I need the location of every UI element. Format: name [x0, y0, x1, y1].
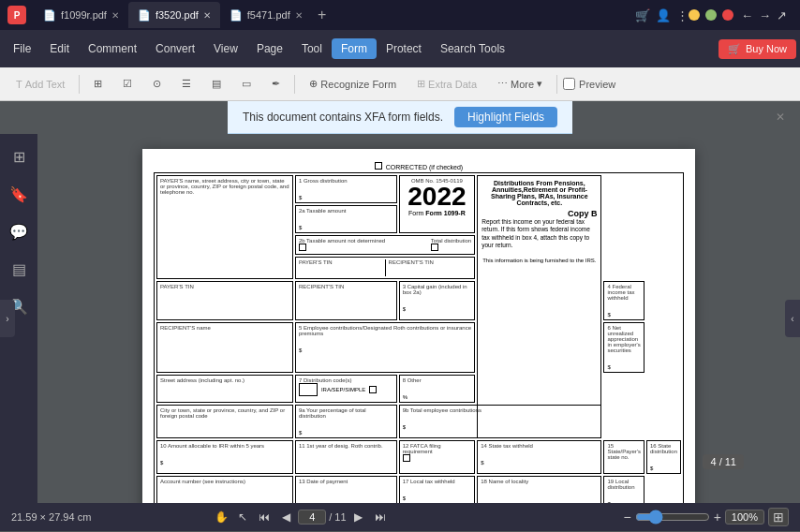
box10-value[interactable]	[160, 449, 289, 460]
menu-tool[interactable]: Tool	[292, 38, 332, 59]
box5-value[interactable]	[299, 336, 471, 347]
new-tab-button[interactable]: +	[312, 5, 333, 25]
combo-tool-button[interactable]: ▤	[203, 74, 230, 94]
payer-tin-value[interactable]	[299, 265, 382, 276]
menu-searchtools[interactable]: Search Tools	[431, 38, 514, 59]
sign-tool-button[interactable]: ✒	[263, 74, 289, 94]
nav-back-icon[interactable]: ←	[741, 8, 753, 22]
page-input[interactable]	[298, 510, 326, 525]
pdf-area[interactable]: CORRECTED (if checked) PAYER'S name, str…	[37, 134, 800, 503]
zoom-in-button[interactable]: +	[714, 510, 721, 525]
tab-close-1[interactable]: ✕	[111, 10, 119, 21]
zoom-out-button[interactable]: −	[623, 510, 630, 525]
recognize-form-button[interactable]: ⊕ Recognize Form	[301, 74, 405, 94]
sidebar-comments-icon[interactable]: 💬	[4, 216, 34, 246]
box3-value[interactable]	[403, 295, 472, 306]
nav-next-button[interactable]: ▶	[349, 508, 368, 526]
menu-file[interactable]: File	[4, 38, 40, 59]
list-tool-button[interactable]: ☰	[173, 74, 200, 94]
left-panel-toggle[interactable]: ›	[0, 300, 15, 337]
year-value: 2022	[403, 184, 472, 210]
box11-value[interactable]	[299, 449, 393, 460]
box1-value[interactable]	[299, 184, 393, 195]
nav-forward-icon[interactable]: →	[759, 8, 771, 22]
payer-tin2-value[interactable]	[160, 289, 289, 303]
sidebar-pages-icon[interactable]: ⊞	[4, 141, 34, 171]
tab-f5471[interactable]: 📄 f5471.pdf ✕	[220, 2, 312, 28]
more-button[interactable]: ⋯ More ▾	[489, 74, 551, 94]
box8-value[interactable]	[403, 383, 472, 394]
box9a-value[interactable]	[299, 419, 393, 430]
box17-value[interactable]	[403, 484, 472, 495]
box2b-checkbox[interactable]	[299, 244, 306, 251]
recipient-name-value[interactable]	[160, 331, 289, 344]
user-icon[interactable]: 👤	[656, 8, 671, 22]
box18-value[interactable]	[481, 484, 598, 495]
city-value[interactable]	[160, 419, 289, 432]
box16-value[interactable]	[650, 454, 677, 466]
box12-checkbox[interactable]	[403, 454, 410, 462]
box19-label: 19 Local distribution	[607, 479, 641, 490]
zoom-controls: − + 100% ⊞	[623, 508, 789, 526]
menu-form[interactable]: Form	[332, 38, 377, 59]
nav-last-button[interactable]: ⏭	[371, 508, 390, 526]
selection-tool-button[interactable]: ↖	[233, 508, 252, 526]
recipient-tin2-value[interactable]	[299, 289, 393, 303]
nav-first-button[interactable]: ⏮	[255, 508, 274, 526]
nav-prev-button[interactable]: ◀	[276, 508, 295, 526]
menu-page[interactable]: Page	[247, 38, 292, 59]
tab-close-3[interactable]: ✕	[295, 10, 303, 21]
menu-view[interactable]: View	[204, 38, 247, 59]
total-dist-checkbox[interactable]	[431, 244, 438, 251]
right-panel-toggle[interactable]: ‹	[785, 300, 800, 337]
box15-value[interactable]	[607, 460, 641, 471]
box4-dollar: $	[607, 312, 641, 318]
maximize-button[interactable]	[705, 9, 717, 21]
btn-tool-button[interactable]: ▭	[233, 74, 259, 94]
box18-cell: 18 Name of locality	[477, 476, 601, 503]
extra-data-button[interactable]: ⊞ Extra Data	[408, 74, 485, 94]
tab-f1099r[interactable]: 📄 f1099r.pdf ✕	[34, 2, 128, 28]
banner-close-button[interactable]: ✕	[776, 111, 785, 124]
menu-edit[interactable]: Edit	[40, 38, 79, 59]
box13-cell: 13 Date of payment	[295, 476, 397, 503]
close-button[interactable]	[722, 9, 733, 21]
menu-convert[interactable]: Convert	[146, 38, 204, 59]
external-link-icon[interactable]: ↗	[777, 8, 787, 22]
street-value[interactable]	[160, 383, 289, 396]
box7-value[interactable]	[299, 383, 318, 396]
cart-icon[interactable]: 🛒	[635, 8, 650, 22]
overflow-menu-icon[interactable]: ⋮	[676, 8, 689, 22]
corrected-checkbox[interactable]	[375, 162, 382, 170]
preview-checkbox[interactable]	[563, 78, 575, 90]
buy-now-button[interactable]: 🛒 Buy Now	[719, 39, 796, 59]
radio-tool-button[interactable]: ⊙	[144, 74, 170, 94]
zoom-slider[interactable]	[635, 510, 710, 525]
box13-value[interactable]	[299, 484, 393, 495]
menu-comment[interactable]: Comment	[79, 38, 146, 59]
sidebar-layers-icon[interactable]: ▤	[4, 254, 34, 284]
btn-icon: ▭	[242, 78, 251, 90]
check-tool-button[interactable]: ☑	[114, 74, 141, 94]
fit-page-button[interactable]: ⊞	[768, 508, 789, 526]
minimize-button[interactable]	[689, 9, 700, 21]
box4-value[interactable]	[607, 301, 641, 312]
box9b-value[interactable]	[403, 413, 599, 424]
hand-tool-button[interactable]: ✋	[212, 508, 230, 526]
box4-label: 4 Federal income tax withheld	[607, 284, 641, 301]
sidebar-bookmarks-icon[interactable]: 🔖	[4, 179, 34, 209]
menu-protect[interactable]: Protect	[377, 38, 431, 59]
payer-name-value[interactable]	[160, 195, 289, 242]
box2a-value[interactable]	[299, 214, 393, 225]
select-tool-button[interactable]: ⊞	[85, 74, 111, 94]
box7b-checkbox[interactable]	[369, 386, 377, 393]
add-text-button[interactable]: T Add Text	[7, 75, 73, 94]
recipient-tin-value[interactable]	[389, 265, 472, 276]
box6-value[interactable]	[607, 353, 641, 364]
tab-close-2[interactable]: ✕	[203, 10, 211, 21]
box19-value[interactable]	[607, 490, 641, 501]
tab-f3520[interactable]: 📄 f3520.pdf ✕	[128, 2, 220, 28]
highlight-fields-button[interactable]: Highlight Fields	[454, 107, 557, 127]
account-value[interactable]	[160, 484, 289, 495]
box14-value[interactable]	[481, 449, 598, 460]
